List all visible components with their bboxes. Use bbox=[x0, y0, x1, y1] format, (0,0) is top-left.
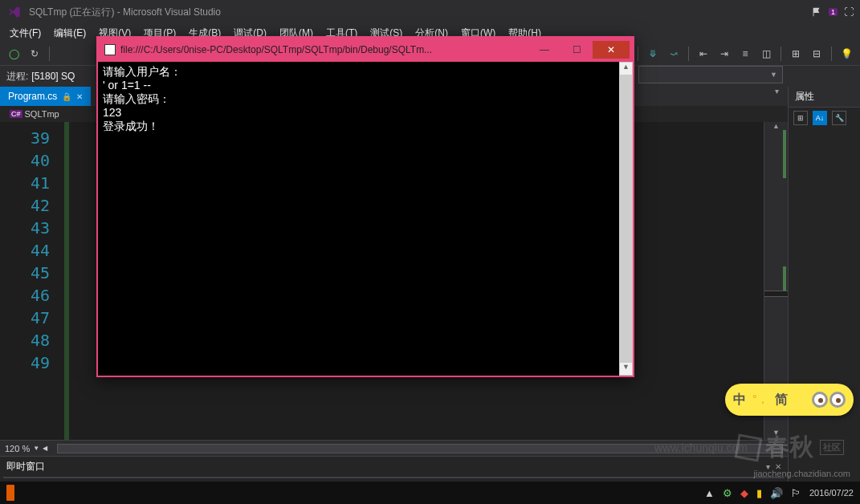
window-title: SQLTmp (正在运行) - Microsoft Visual Studio bbox=[29, 6, 221, 19]
console-scrollbar[interactable]: ▲ ▼ bbox=[619, 62, 633, 376]
bookmark-icon[interactable]: ◫ bbox=[757, 45, 775, 63]
tab-close-icon[interactable]: ✕ bbox=[76, 92, 83, 101]
uncomment-icon[interactable]: ⊟ bbox=[808, 45, 825, 63]
console-title: file:///C:/Users/0nise-PC/Desktop/SQLTmp… bbox=[120, 44, 528, 55]
horizontal-scrollbar[interactable] bbox=[57, 444, 783, 453]
change-indicator bbox=[64, 122, 69, 440]
intellisense-icon[interactable]: 💡 bbox=[838, 45, 855, 63]
zoom-dropdown-icon[interactable]: ▼ bbox=[33, 445, 39, 452]
tab-program-cs[interactable]: Program.cs 🔒 ✕ bbox=[0, 87, 91, 106]
ime-mascot-icon bbox=[812, 392, 846, 408]
minimize-button[interactable]: — bbox=[528, 41, 560, 59]
feedback-flag-icon[interactable] bbox=[811, 6, 822, 18]
sub-tab-sqltmp[interactable]: C# SQLTmp bbox=[5, 108, 64, 120]
split-handle[interactable] bbox=[764, 291, 788, 297]
nav-back-icon[interactable]: ◯ bbox=[5, 45, 22, 63]
immediate-window-header: 即时窗口 ▾ ✕ bbox=[0, 457, 788, 477]
immediate-window-title: 即时窗口 bbox=[6, 460, 45, 474]
chevron-down-icon: ▼ bbox=[770, 71, 777, 79]
console-titlebar[interactable]: file:///C:/Users/0nise-PC/Desktop/SQLTmp… bbox=[98, 38, 633, 62]
indent-left-icon[interactable]: ⇤ bbox=[695, 45, 712, 63]
console-app-icon bbox=[104, 44, 116, 55]
window-close-icon[interactable]: ✕ bbox=[775, 462, 781, 471]
ime-punct-icon[interactable]: °， bbox=[752, 392, 768, 407]
ime-mode[interactable]: 简 bbox=[775, 392, 788, 408]
csharp-badge-icon: C# bbox=[10, 110, 22, 118]
console-window: file:///C:/Users/0nise-PC/Desktop/SQLTmp… bbox=[96, 36, 634, 377]
menu-edit[interactable]: 编辑(E) bbox=[47, 25, 92, 42]
ime-toolbar[interactable]: 中 °， 简 bbox=[725, 384, 854, 416]
tab-label: Program.cs bbox=[8, 91, 57, 102]
immediate-window-body[interactable] bbox=[3, 477, 785, 478]
properties-header: 属性 bbox=[789, 87, 860, 108]
tray-up-icon[interactable]: ▲ bbox=[704, 487, 715, 499]
scroll-down-icon[interactable]: ▼ bbox=[764, 429, 788, 440]
line-number: 39 bbox=[0, 127, 50, 149]
scroll-thumb[interactable] bbox=[619, 75, 633, 362]
console-output[interactable]: 请输入用户名： ' or 1=1 -- 请输入密码： 123 登录成功！ bbox=[98, 62, 619, 376]
clock[interactable]: 2016/07/22 bbox=[809, 488, 854, 498]
process-label: 进程: bbox=[6, 70, 28, 83]
scroll-up-icon[interactable]: ▲ bbox=[619, 62, 633, 75]
notification-badge[interactable]: 1 bbox=[829, 8, 838, 16]
categorize-icon[interactable]: ⊞ bbox=[793, 111, 808, 125]
solution-config-dropdown[interactable]: ▼ bbox=[638, 66, 783, 83]
alpha-sort-icon[interactable]: A↓ bbox=[813, 111, 827, 125]
line-number: 40 bbox=[0, 149, 50, 172]
menu-file[interactable]: 文件(F) bbox=[3, 25, 47, 42]
line-number: 41 bbox=[0, 172, 50, 194]
line-number: 49 bbox=[0, 352, 50, 374]
nav-forward-icon[interactable]: ↻ bbox=[26, 45, 43, 63]
properties-pane: 属性 ⊞ A↓ 🔧 bbox=[788, 87, 860, 482]
tab-overflow-icon[interactable]: ▾ bbox=[770, 87, 783, 100]
line-number: 45 bbox=[0, 262, 50, 284]
battery-icon[interactable]: ▮ bbox=[756, 487, 762, 499]
line-number: 47 bbox=[0, 307, 50, 329]
line-number: 43 bbox=[0, 217, 50, 239]
line-number-gutter: 39 40 41 42 43 44 45 46 47 48 49 bbox=[0, 122, 64, 440]
diamond-icon[interactable]: ◆ bbox=[740, 487, 748, 499]
line-number: 48 bbox=[0, 329, 50, 352]
step-into-icon[interactable]: ⤋ bbox=[644, 45, 662, 63]
format-icon[interactable]: ≡ bbox=[736, 45, 754, 63]
scroll-down-icon[interactable]: ▼ bbox=[619, 362, 633, 376]
step-over-icon[interactable]: ⤻ bbox=[665, 45, 683, 63]
ime-language[interactable]: 中 bbox=[733, 392, 746, 408]
fullscreen-icon[interactable]: ⛶ bbox=[844, 6, 854, 18]
comment-icon[interactable]: ⊞ bbox=[787, 45, 805, 63]
indent-right-icon[interactable]: ⇥ bbox=[715, 45, 733, 63]
scroll-left-icon[interactable]: ◀ bbox=[43, 445, 47, 452]
line-number: 46 bbox=[0, 284, 50, 307]
zoom-level[interactable]: 120 % bbox=[5, 444, 30, 453]
window-menu-icon[interactable]: ▾ bbox=[766, 462, 770, 471]
wrench-icon[interactable]: 🔧 bbox=[832, 111, 846, 125]
line-number: 44 bbox=[0, 239, 50, 262]
wifi-icon[interactable]: ⚙ bbox=[723, 487, 732, 499]
pin-icon[interactable]: 🔒 bbox=[62, 92, 71, 101]
network-icon[interactable]: 🏳 bbox=[791, 487, 801, 499]
line-number: 42 bbox=[0, 194, 50, 217]
system-taskbar: ▲ ⚙ ◆ ▮ 🔊 🏳 2016/07/22 bbox=[0, 482, 860, 504]
maximize-button[interactable]: ☐ bbox=[560, 41, 593, 59]
taskbar-active-indicator[interactable] bbox=[6, 485, 14, 501]
editor-footer: 120 % ▼ ◀ bbox=[0, 440, 788, 456]
vs-logo-icon bbox=[6, 4, 22, 20]
close-button[interactable]: ✕ bbox=[593, 41, 630, 59]
process-value: [5180] SQ bbox=[31, 71, 75, 82]
volume-icon[interactable]: 🔊 bbox=[770, 487, 783, 499]
title-bar: SQLTmp (正在运行) - Microsoft Visual Studio … bbox=[0, 0, 860, 24]
